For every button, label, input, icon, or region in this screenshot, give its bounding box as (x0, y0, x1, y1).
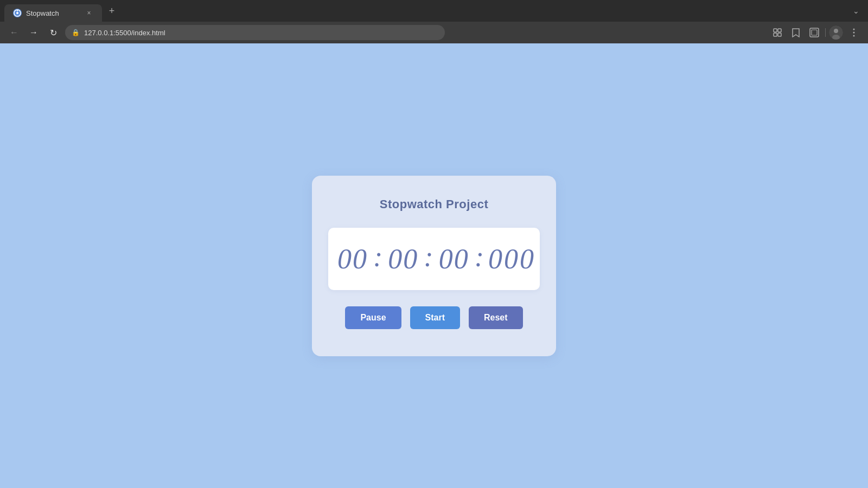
svg-point-13 (853, 32, 855, 34)
svg-point-12 (853, 29, 855, 30)
reset-button[interactable]: Reset (469, 306, 523, 329)
timer-colon-3: : (470, 243, 488, 271)
start-button[interactable]: Start (410, 306, 460, 329)
timer-seconds: 00 (438, 243, 470, 275)
tab-favicon (13, 9, 22, 17)
profile-avatar[interactable] (829, 25, 843, 40)
svg-point-1 (16, 12, 18, 14)
tab-close-button[interactable]: × (85, 9, 93, 17)
active-tab[interactable]: Stopwatch × (4, 4, 102, 22)
extensions-button[interactable] (770, 25, 785, 40)
new-tab-button[interactable]: + (104, 3, 119, 18)
timer-colon-2: : (419, 243, 437, 271)
tab-manager-button[interactable] (807, 25, 822, 40)
stopwatch-title: Stopwatch Project (380, 197, 488, 211)
browser-toolbar: ← → ↻ 🔒 127.0.0.1:5500/index.html (0, 22, 868, 43)
bookmark-button[interactable] (788, 25, 803, 40)
stopwatch-card: Stopwatch Project 00 : 00 : 00 : 000 Pau… (312, 176, 556, 356)
address-bar[interactable]: 🔒 127.0.0.1:5500/index.html (65, 25, 445, 40)
pause-button[interactable]: Pause (345, 306, 401, 329)
timer-display: 00 : 00 : 00 : 000 (328, 228, 540, 290)
browser-chrome: Stopwatch × + ⌄ ← → ↻ 🔒 127.0.0.1:5500/i… (0, 0, 868, 43)
svg-rect-4 (778, 29, 781, 32)
svg-point-14 (853, 35, 855, 37)
toolbar-right (770, 25, 861, 40)
svg-rect-6 (778, 33, 781, 36)
svg-point-10 (834, 29, 838, 33)
timer-minutes: 00 (387, 243, 419, 275)
timer-milliseconds: 000 (488, 243, 532, 275)
lock-icon: 🔒 (72, 29, 80, 36)
timer-hours: 00 (336, 243, 369, 275)
menu-button[interactable] (846, 25, 861, 40)
url-text: 127.0.0.1:5500/index.html (84, 29, 165, 37)
svg-rect-8 (812, 30, 817, 35)
toolbar-divider (825, 28, 826, 37)
page-content: Stopwatch Project 00 : 00 : 00 : 000 Pau… (0, 43, 868, 488)
tab-title: Stopwatch (26, 9, 80, 17)
back-button[interactable]: ← (7, 25, 22, 40)
timer-colon-1: : (369, 243, 387, 271)
svg-rect-5 (774, 33, 777, 36)
svg-rect-3 (774, 29, 777, 32)
button-row: Pause Start Reset (345, 306, 522, 329)
reload-button[interactable]: ↻ (46, 25, 61, 40)
tab-chevron-icon[interactable]: ⌄ (853, 7, 864, 15)
tab-bar: Stopwatch × + ⌄ (0, 0, 868, 22)
forward-button[interactable]: → (26, 25, 41, 40)
